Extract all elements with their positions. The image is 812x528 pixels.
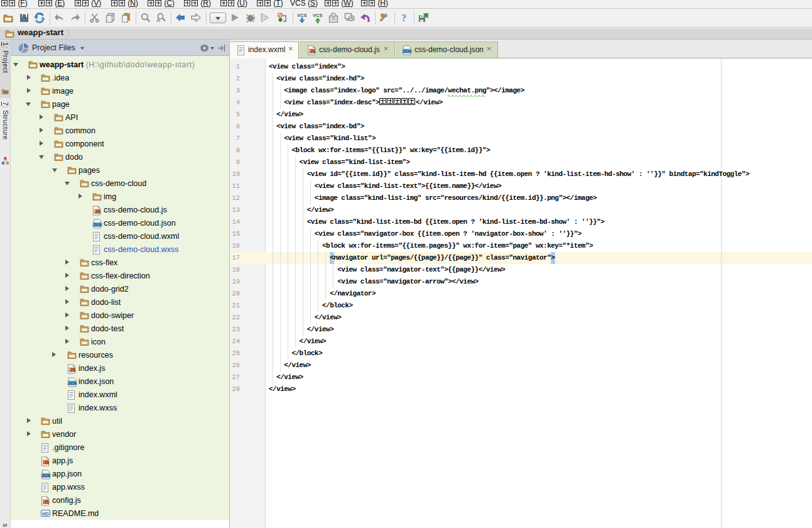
svg-text:JSON: JSON [93, 222, 102, 226]
svg-text:A: A [156, 17, 161, 23]
svg-text:JS: JS [44, 459, 50, 464]
svg-text:JSON: JSON [403, 49, 411, 53]
svg-text:JS: JS [310, 49, 316, 53]
svg-text:JSON: JSON [68, 380, 77, 385]
svg-text:JS: JS [70, 367, 76, 371]
svg-text:VCS: VCS [297, 13, 306, 18]
svg-text:JS: JS [44, 499, 50, 503]
svg-text:VCS: VCS [313, 13, 322, 18]
svg-text:JSON: JSON [41, 473, 50, 477]
svg-text:JS: JS [95, 209, 101, 213]
svg-text:?: ? [401, 13, 406, 23]
svg-text:MD: MD [42, 511, 49, 515]
